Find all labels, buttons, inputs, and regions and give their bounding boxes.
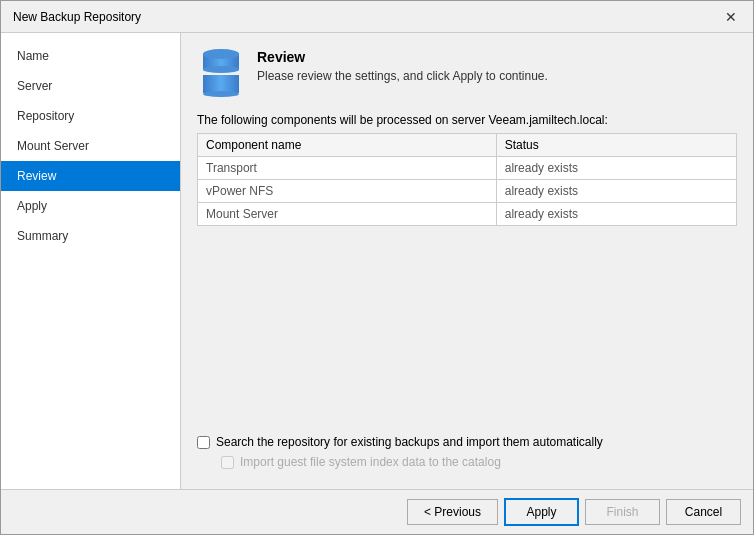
database-icon [197,49,245,97]
dialog-title: New Backup Repository [13,10,141,24]
review-text: Review Please review the settings, and c… [257,49,548,83]
components-table: Component name Status Transport already … [197,133,737,226]
components-label: The following components will be process… [197,113,737,127]
table-row: vPower NFS already exists [198,180,737,203]
review-title: Review [257,49,548,65]
col-header-component: Component name [198,134,497,157]
dialog-body: Name Server Repository Mount Server Revi… [1,33,753,489]
close-button[interactable]: ✕ [721,7,741,27]
footer: < Previous Apply Finish Cancel [1,489,753,534]
sidebar-item-apply[interactable]: Apply [1,191,180,221]
component-status: already exists [496,203,736,226]
sidebar-item-review[interactable]: Review [1,161,180,191]
search-checkbox-row: Search the repository for existing backu… [197,435,737,449]
col-header-status: Status [496,134,736,157]
table-row: Transport already exists [198,157,737,180]
review-header: Review Please review the settings, and c… [197,49,737,97]
dialog: New Backup Repository ✕ Name Server Repo… [0,0,754,535]
finish-button[interactable]: Finish [585,499,660,525]
import-checkbox-label: Import guest file system index data to t… [240,455,501,469]
table-row: Mount Server already exists [198,203,737,226]
component-name: vPower NFS [198,180,497,203]
review-subtitle: Please review the settings, and click Ap… [257,69,548,83]
apply-button[interactable]: Apply [504,498,579,526]
search-checkbox-label: Search the repository for existing backu… [216,435,603,449]
previous-button[interactable]: < Previous [407,499,498,525]
title-bar: New Backup Repository ✕ [1,1,753,33]
sidebar-item-repository[interactable]: Repository [1,101,180,131]
sidebar-item-server[interactable]: Server [1,71,180,101]
sidebar-item-summary[interactable]: Summary [1,221,180,251]
sidebar-item-name[interactable]: Name [1,41,180,71]
component-name: Mount Server [198,203,497,226]
component-status: already exists [496,180,736,203]
component-status: already exists [496,157,736,180]
sidebar-item-mount-server[interactable]: Mount Server [1,131,180,161]
main-content: Review Please review the settings, and c… [181,33,753,489]
component-name: Transport [198,157,497,180]
sidebar: Name Server Repository Mount Server Revi… [1,33,181,489]
cancel-button[interactable]: Cancel [666,499,741,525]
import-checkbox-row: Import guest file system index data to t… [221,455,737,469]
import-checkbox[interactable] [221,456,234,469]
search-checkbox[interactable] [197,436,210,449]
